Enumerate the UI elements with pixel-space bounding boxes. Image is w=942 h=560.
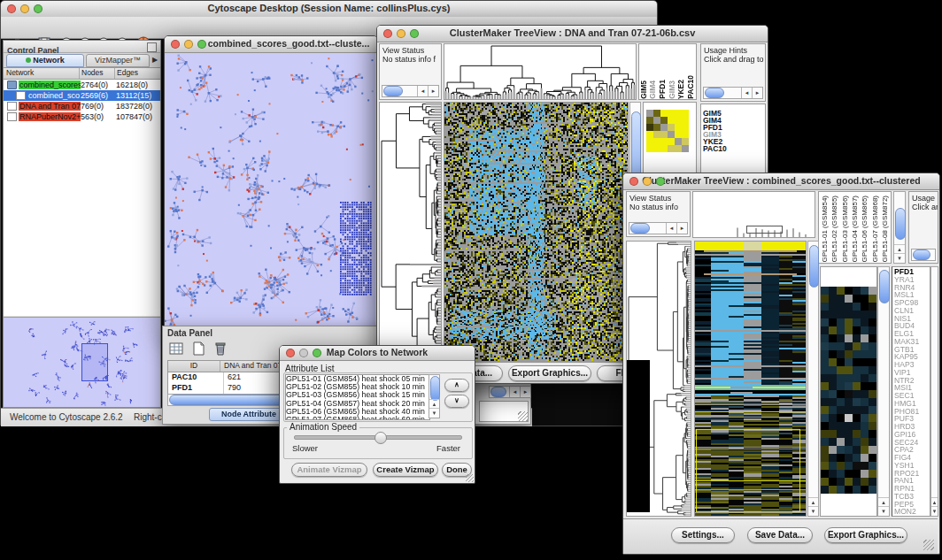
scroll-right-icon[interactable]: ▸ [752,88,762,98]
view-status-hscroll[interactable]: ◂▸ [629,222,688,234]
matrix-cell[interactable] [675,124,682,131]
datapanel-right-hscroll[interactable]: ◂▸ [489,386,531,398]
column-labels-panel[interactable]: GPL51-01 (GSM854)GPL51-02 (GSM855)GPL51-… [818,191,892,264]
row-dendrogram[interactable] [626,241,691,517]
attribute-listbox[interactable]: GPL51-01 (GSM854) heat shock 05 minGPL51… [285,374,430,420]
column-label[interactable]: YKE2 [677,80,685,99]
column-label[interactable]: GPL51-08 (GSM872) [881,196,889,263]
detail-zoom-panel[interactable] [820,266,877,517]
close-button[interactable] [629,177,638,186]
matrix-cell[interactable] [682,117,689,124]
resize-grip[interactable] [466,474,474,482]
scroll-left-icon[interactable]: ◂ [509,387,520,397]
tab-overflow-arrow[interactable]: ▶ [150,53,160,67]
column-label[interactable]: GIM4 [649,81,657,99]
col-header-edges[interactable]: Edges [115,68,160,79]
matrix-cell[interactable] [682,145,689,152]
matrix-cell[interactable] [660,124,668,131]
matrix-cell[interactable] [682,124,689,131]
scroll-down-icon[interactable]: ▾ [931,506,938,516]
matrix-cell[interactable] [653,145,660,152]
scrollbar-thumb[interactable] [383,86,403,96]
matrix-cell[interactable] [668,124,675,131]
column-labels-panel[interactable]: GIM5GIM4PFD1GIM3YKE2PAC10 [638,43,697,100]
tab-network[interactable]: Network [6,54,84,67]
minimize-button[interactable] [184,40,193,49]
float-panel-icon[interactable] [147,42,157,52]
matrix-cell[interactable] [675,117,682,124]
scroll-right-icon[interactable]: ▸ [520,387,530,397]
scroll-right-icon[interactable]: ▸ [428,86,438,96]
scrollbar-thumb[interactable] [430,376,440,401]
column-labels-vscroll[interactable]: ▴ ▾ [893,191,906,264]
matrix-cell[interactable] [646,124,653,131]
create-vizmap-button[interactable]: Create Vizmap [373,463,438,477]
zoom-button[interactable] [197,40,206,49]
minimize-button[interactable] [397,29,405,38]
matrix-cell[interactable] [646,138,653,145]
matrix-cell[interactable] [675,138,682,145]
matrix-cell[interactable] [646,145,653,152]
network-overview[interactable] [4,317,160,408]
treeview-dna-titlebar[interactable]: ClusterMaker TreeView : DNA and Tran 07-… [377,26,768,42]
detail-vscroll[interactable]: ▴ ▾ [877,266,890,517]
matrix-cell[interactable] [682,110,689,117]
gene-labels-vscroll[interactable]: ▴ ▾ [930,266,938,517]
scrollbar-thumb[interactable] [490,387,506,397]
scrollbar-thumb[interactable] [630,223,650,234]
network-list-item[interactable]: DNA and Tran 07769(0)183728(0) [4,101,160,111]
column-label[interactable]: GIM5 [640,81,648,99]
scrollbar-thumb[interactable] [809,245,819,288]
matrix-cell[interactable] [668,131,675,138]
matrix-cell[interactable] [675,110,682,117]
save-data-button[interactable]: Save Data... [747,527,813,543]
column-dendrogram[interactable] [444,43,637,100]
export-graphics-button[interactable]: Export Graphics... [824,527,907,543]
settings-button[interactable]: Settings... [671,527,735,543]
column-label[interactable]: GPL51-03 (GSM856) [841,196,849,263]
usage-hints-hscroll[interactable]: ◂▸ [703,87,763,99]
column-label[interactable]: GPL51-07 (GSM868) [871,196,879,263]
gene-label[interactable]: MON2 [894,508,930,516]
column-label[interactable]: PAC10 [687,75,695,99]
matrix-cell[interactable] [660,117,668,124]
heatmap-main[interactable] [444,102,629,362]
matrix-cell[interactable] [675,131,682,138]
column-label[interactable]: GIM3 [668,81,676,99]
matrix-cell[interactable] [668,110,675,117]
column-label[interactable]: GPL51-04 (GSM857) [851,196,859,263]
overview-selection-rect[interactable] [81,343,108,381]
datapanel-col-id[interactable]: ID [168,361,220,372]
network-list-item[interactable]: combined_scores2764(0)16218(0) [4,80,160,90]
heatmap-main[interactable] [694,241,807,517]
matrix-cell[interactable] [660,131,668,138]
minimize-button[interactable] [20,4,29,13]
matrix-cell[interactable] [660,138,668,145]
scroll-left-icon[interactable]: ◂ [741,88,752,98]
minimize-button[interactable] [643,177,652,186]
scroll-left-icon[interactable]: ◂ [417,86,428,96]
matrix-cell[interactable] [646,117,653,124]
matrix-cell[interactable] [668,145,675,152]
treeview-combined-titlebar[interactable]: ClusterMaker TreeView : combined_scores_… [623,173,939,190]
scrollbar-thumb[interactable] [913,249,930,260]
scrollbar-thumb[interactable] [705,88,724,98]
usage-hints-hscroll[interactable] [911,249,936,261]
resize-grip[interactable] [518,411,529,422]
attribute-list-vscroll[interactable]: ▴ ▾ [429,374,440,418]
col-header-network[interactable]: Network [4,68,80,79]
close-button[interactable] [286,349,295,357]
animate-vizmap-button[interactable]: Animate Vizmap [291,463,367,477]
matrix-cell[interactable] [653,138,660,145]
matrix-cell[interactable] [682,131,689,138]
scroll-left-icon[interactable]: ◂ [666,223,676,234]
tab-vizmapper[interactable]: VizMapper™ [86,54,150,67]
move-down-button[interactable]: ∨ [444,395,469,408]
scroll-down-icon[interactable]: ▾ [878,506,889,516]
move-up-button[interactable]: ∧ [444,379,469,392]
attribute-list-item[interactable]: GPL51-07 (GSM868) heat shock 60 min [286,416,429,420]
map-colors-titlebar[interactable]: Map Colors to Network [280,346,475,361]
network-view-canvas[interactable] [165,53,375,327]
zoom-button[interactable] [313,349,321,357]
matrix-cell[interactable] [668,138,675,145]
